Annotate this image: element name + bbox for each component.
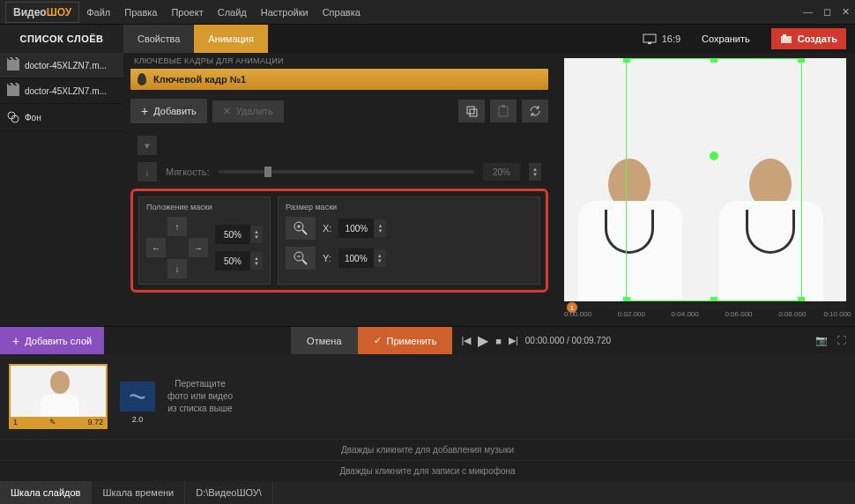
scale-time-button[interactable]: Шкала времени [92, 481, 185, 504]
apply-button[interactable]: ✓Применить [358, 327, 453, 354]
snapshot-icon[interactable]: 📷 [815, 335, 828, 346]
layer-item[interactable]: doctor-45XLZN7.m... [0, 78, 123, 104]
keyframes-title: КЛЮЧЕВЫЕ КАДРЫ ДЛЯ АНИМАЦИИ [130, 53, 548, 69]
timeline-ruler[interactable]: 1 0:00.000 0:02.000 0:04.000 0:06.000 0:… [564, 305, 846, 326]
mask-size-label: Размер маски [286, 203, 532, 211]
softness-slider[interactable] [219, 170, 474, 174]
cancel-button[interactable]: Отмена [291, 327, 357, 354]
menu-file[interactable]: Файл [79, 7, 117, 18]
close-icon[interactable]: ✕ [842, 6, 850, 18]
svg-rect-3 [783, 34, 786, 38]
refresh-button[interactable] [522, 100, 548, 122]
anchor-point[interactable] [710, 152, 718, 160]
menu-help[interactable]: Справка [316, 7, 368, 18]
size-x-spinner[interactable]: ▲▼ [374, 219, 386, 237]
action-bar: +Добавить слой Отмена ✓Применить |◀ ▶ ■ … [0, 326, 855, 354]
layers-header: СПИСОК СЛОЁВ [0, 25, 123, 53]
dpad-left[interactable]: ← [146, 238, 166, 257]
fullscreen-icon[interactable]: ⛶ [836, 335, 846, 346]
mask-position-panel: Положение маски ↑ ←→ ↓ 50%▲▼ 50%▲▼ [138, 196, 271, 285]
aspect-ratio[interactable]: 16:9 [643, 33, 680, 44]
menu-settings[interactable]: Настройки [254, 7, 316, 18]
add-layer-button[interactable]: +Добавить слой [0, 327, 104, 354]
clip-icon [7, 60, 19, 70]
scale-slides-button[interactable]: Шкала слайдов [0, 481, 92, 504]
menu-edit[interactable]: Правка [117, 7, 164, 18]
svg-rect-8 [499, 107, 508, 116]
move-down-icon[interactable]: ↓ [138, 162, 157, 182]
export-icon [780, 33, 792, 44]
zoom-in-button[interactable] [286, 217, 316, 240]
svg-line-11 [302, 230, 307, 234]
selection-overlay[interactable] [626, 58, 802, 301]
create-button[interactable]: Создать [771, 28, 846, 49]
paste-button[interactable] [490, 100, 517, 122]
slide-tray: 1✎9.72 Перетащитефото или видеоиз списка… [0, 354, 855, 439]
animation-panel: КЛЮЧЕВЫЕ КАДРЫ ДЛЯ АНИМАЦИИ Ключевой кад… [123, 53, 555, 326]
menu-slide[interactable]: Слайд [211, 7, 254, 18]
maximize-icon[interactable]: ◻ [823, 6, 831, 18]
svg-rect-1 [648, 42, 651, 44]
mask-controls-highlight: Положение маски ↑ ←→ ↓ 50%▲▼ 50%▲▼ Разме… [130, 189, 548, 293]
clip-icon [7, 85, 19, 96]
monitor-icon [643, 33, 657, 44]
softness-row: ▾ [130, 132, 548, 159]
play-button[interactable]: ▶ [478, 332, 488, 349]
layer-item-background[interactable]: Фон [0, 104, 123, 131]
menubar: ВидеоШОУ Файл Правка Проект Слайд Настро… [0, 0, 855, 25]
delete-keyframe-button[interactable]: ✕Удалить [212, 100, 284, 122]
next-button[interactable]: ▶| [509, 335, 518, 346]
mask-pos-x[interactable]: 50% [215, 225, 250, 244]
svg-rect-0 [643, 34, 656, 42]
keyframe-item[interactable]: Ключевой кадр №1 [130, 69, 548, 90]
size-y-spinner[interactable]: ▲▼ [374, 249, 386, 267]
svg-rect-6 [467, 107, 474, 114]
svg-line-15 [302, 260, 307, 264]
project-path: D:\ВидеоШОУ\ [185, 481, 273, 504]
top-row: СПИСОК СЛОЁВ Свойства Анимация 16:9 Сохр… [0, 25, 855, 53]
dpad-up[interactable]: ↑ [167, 217, 187, 236]
mask-pos-y[interactable]: 50% [215, 251, 250, 271]
add-keyframe-button[interactable]: +Добавить [130, 99, 207, 123]
status-bar: Шкала слайдов Шкала времени D:\ВидеоШОУ\ [0, 481, 855, 504]
prev-button[interactable]: |◀ [461, 335, 471, 346]
mask-position-label: Положение маски [146, 203, 263, 211]
drop-hint: Перетащитефото или видеоиз списка выше [167, 378, 233, 415]
transition-thumbnail[interactable] [120, 382, 155, 411]
timecode: 00:00.000 / 00:09.720 [525, 336, 611, 345]
y-label: Y: [323, 253, 331, 263]
pin-icon [138, 73, 146, 85]
app-logo: ВидеоШОУ [5, 2, 79, 23]
save-button[interactable]: Сохранить [693, 33, 759, 44]
pos-x-spinner[interactable]: ▲▼ [250, 226, 263, 243]
tab-properties[interactable]: Свойства [123, 25, 194, 53]
softness-label: Мягкость: [166, 167, 210, 177]
layer-item[interactable]: doctor-45XLZN7.m... [0, 53, 123, 78]
mask-size-x[interactable]: 100% [338, 219, 374, 238]
minimize-icon[interactable]: — [803, 6, 813, 18]
dpad-right[interactable]: → [189, 238, 208, 257]
svg-rect-7 [470, 109, 477, 116]
x-label: X: [323, 223, 331, 233]
dpad-down[interactable]: ↓ [167, 259, 187, 278]
preview-panel: 1 0:00.000 0:02.000 0:04.000 0:06.000 0:… [555, 53, 855, 326]
slide-thumbnail[interactable]: 1✎9.72 [9, 364, 108, 429]
mask-size-y[interactable]: 100% [338, 248, 374, 268]
audio-tracks: Дважды кликните для добавления музыки Дв… [0, 439, 855, 481]
collapse-icon[interactable]: ▾ [138, 136, 157, 155]
pos-y-spinner[interactable]: ▲▼ [250, 252, 263, 270]
background-icon [7, 111, 19, 123]
stop-button[interactable]: ■ [495, 336, 502, 346]
tab-animation[interactable]: Анимация [194, 25, 268, 53]
zoom-out-button[interactable] [286, 247, 316, 270]
music-track[interactable]: Дважды кликните для добавления музыки [0, 439, 855, 460]
softness-spinner[interactable]: ▲▼ [529, 163, 541, 181]
menu-project[interactable]: Проект [164, 7, 210, 18]
mic-track[interactable]: Дважды кликните для записи с микрофона [0, 460, 855, 481]
softness-value: 20% [483, 163, 520, 181]
svg-rect-9 [502, 105, 505, 107]
layers-panel: doctor-45XLZN7.m... doctor-45XLZN7.m... … [0, 53, 123, 326]
copy-button[interactable] [458, 100, 485, 122]
mask-size-panel: Размер маски X: 100%▲▼ Y: 100%▲▼ [278, 196, 540, 285]
preview-canvas[interactable] [564, 58, 846, 301]
